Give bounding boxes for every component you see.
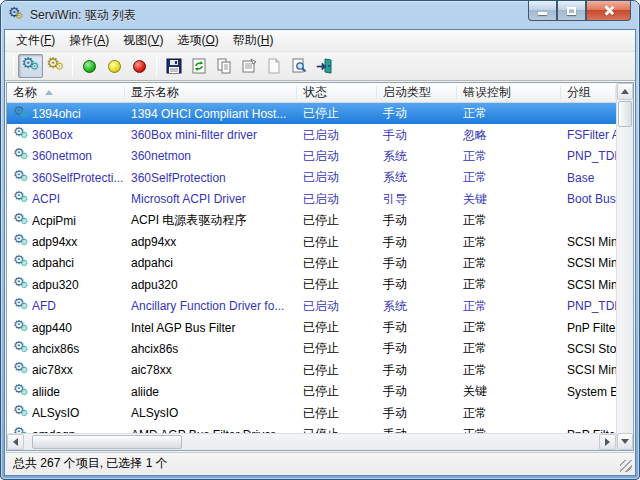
driver-group: SCSI Min: [561, 256, 616, 270]
driver-group: FSFilter A: [561, 128, 616, 142]
drivers-list-button[interactable]: [18, 54, 43, 78]
scroll-up-icon: [621, 89, 629, 94]
driver-display-name: aic78xx: [125, 363, 297, 377]
toolbar-separator: [72, 56, 73, 76]
table-row[interactable]: 360Box 360Box mini-filter driver 已启动 手动 …: [7, 124, 616, 145]
status-bar: 总共 267 个项目, 已选择 1 个: [6, 452, 634, 474]
vertical-scrollbar[interactable]: [616, 83, 633, 450]
table-row[interactable]: adp94xx adp94xx 已停止 手动 正常 SCSI Min: [7, 231, 616, 252]
menu-item[interactable]: 帮助(H): [226, 30, 281, 51]
scroll-left-button[interactable]: [7, 434, 24, 450]
menu-item-label-close: ): [215, 33, 219, 47]
resize-grip[interactable]: [620, 460, 632, 472]
close-button[interactable]: [586, 1, 631, 21]
driver-name: adpu320: [32, 278, 79, 292]
pause-driver-button[interactable]: [102, 54, 127, 78]
driver-name: aic78xx: [32, 363, 73, 377]
table-row[interactable]: aic78xx aic78xx 已停止 手动 正常 SCSI Min: [7, 360, 616, 381]
horizontal-scroll-track[interactable]: [182, 434, 599, 450]
table-row[interactable]: 1394ohci 1394 OHCI Compliant Host... 已停止…: [7, 103, 616, 124]
driver-display-name: adpahci: [125, 256, 297, 270]
driver-gear-icon: [13, 255, 30, 271]
driver-display-name: ACPI 电源表驱动程序: [125, 212, 297, 229]
driver-error-control: 正常: [457, 276, 561, 293]
driver-group: Base: [561, 171, 616, 185]
save-button[interactable]: [161, 54, 186, 78]
copy-button[interactable]: [211, 54, 236, 78]
scroll-right-icon: [605, 438, 610, 446]
horizontal-scrollbar[interactable]: [7, 433, 616, 450]
table-row[interactable]: AFD Ancillary Function Driver fo... 已启动 …: [7, 296, 616, 317]
scroll-up-button[interactable]: [617, 83, 633, 100]
horizontal-scroll-thumb[interactable]: [32, 435, 182, 449]
driver-name: ALSysIO: [32, 406, 79, 420]
title-bar[interactable]: ServiWin: 驱动 列表: [1, 1, 639, 29]
floppy-icon: [166, 58, 182, 74]
driver-group: PnP Filte: [561, 321, 616, 335]
driver-status: 已停止: [297, 383, 377, 400]
menu-item[interactable]: 选项(O): [170, 30, 225, 51]
column-header[interactable]: 启动类型: [377, 83, 457, 102]
list-rows: 1394ohci 1394 OHCI Compliant Host... 已停止…: [7, 103, 616, 433]
table-row[interactable]: adpu320 adpu320 已停止 手动 正常 SCSI Min: [7, 274, 616, 295]
table-row[interactable]: 360SelfProtecti... 360SelfProtection 已启动…: [7, 167, 616, 188]
menu-item[interactable]: 操作(A): [62, 30, 116, 51]
scroll-down-button[interactable]: [617, 433, 633, 450]
driver-error-control: 正常: [457, 212, 561, 229]
table-row[interactable]: ACPI Microsoft ACPI Driver 已启动 引导 关键 Boo…: [7, 189, 616, 210]
driver-startup-type: 手动: [377, 127, 457, 144]
refresh-button[interactable]: [186, 54, 211, 78]
driver-display-name: aliide: [125, 385, 297, 399]
driver-status: 已启动: [297, 191, 377, 208]
driver-status: 已启动: [297, 298, 377, 315]
menu-item-label: 选项(: [177, 33, 205, 47]
table-row[interactable]: adpahci adpahci 已停止 手动 正常 SCSI Min: [7, 253, 616, 274]
red-ball-icon: [133, 60, 146, 73]
menu-item[interactable]: 文件(F): [9, 30, 62, 51]
column-header[interactable]: 名称: [7, 83, 125, 102]
minimize-button[interactable]: [528, 1, 557, 21]
scroll-down-icon: [621, 439, 629, 444]
menu-item-label: 操作(: [69, 33, 97, 47]
driver-startup-type: 手动: [377, 362, 457, 379]
menu-item[interactable]: 视图(V): [116, 30, 170, 51]
driver-display-name: Ancillary Function Driver fo...: [125, 299, 297, 313]
scroll-left-icon: [13, 438, 18, 446]
html-report-button[interactable]: [261, 54, 286, 78]
driver-status: 已停止: [297, 276, 377, 293]
find-button[interactable]: [286, 54, 311, 78]
scroll-right-button[interactable]: [599, 434, 616, 450]
table-row[interactable]: ALSysIO ALSysIO 已停止 手动 正常: [7, 402, 616, 423]
table-row[interactable]: agp440 Intel AGP Bus Filter 已停止 手动 正常 Pn…: [7, 317, 616, 338]
table-row[interactable]: 360netmon 360netmon 已启动 系统 正常 PNP_TDI: [7, 146, 616, 167]
driver-gear-icon: [13, 234, 30, 250]
vertical-scroll-thumb[interactable]: [618, 101, 632, 127]
driver-gear-icon: [13, 320, 30, 336]
properties-icon: [241, 58, 257, 74]
table-row[interactable]: aliide aliide 已停止 手动 关键 System E: [7, 381, 616, 402]
services-list-button[interactable]: [43, 54, 68, 78]
start-driver-button[interactable]: [77, 54, 102, 78]
caption-buttons: [528, 1, 631, 21]
driver-name: adpahci: [32, 256, 74, 270]
driver-error-control: 正常: [457, 105, 561, 122]
column-header[interactable]: 显示名称: [125, 83, 297, 102]
vertical-scroll-track[interactable]: [617, 128, 633, 433]
driver-gear-icon: [13, 213, 30, 229]
column-header[interactable]: 状态: [297, 83, 377, 102]
driver-gear-icon: [13, 384, 30, 400]
column-header[interactable]: 错误控制: [457, 83, 561, 102]
column-header[interactable]: 分组: [561, 83, 616, 102]
gears-blue-icon: [22, 58, 40, 74]
driver-gear-icon: [13, 106, 30, 122]
maximize-button[interactable]: [557, 1, 586, 21]
exit-button[interactable]: [311, 54, 336, 78]
stop-driver-button[interactable]: [127, 54, 152, 78]
properties-button[interactable]: [236, 54, 261, 78]
table-row[interactable]: amdagp AMD AGP Bus Filter Driver 已停止 手动 …: [7, 424, 616, 433]
table-row[interactable]: ahcix86s ahcix86s 已停止 手动 正常 SCSI Sto: [7, 338, 616, 359]
driver-status: 已停止: [297, 212, 377, 229]
table-row[interactable]: AcpiPmi ACPI 电源表驱动程序 已停止 手动 正常: [7, 210, 616, 231]
driver-name: adp94xx: [32, 235, 77, 249]
menu-item-label: 文件(: [16, 33, 44, 47]
